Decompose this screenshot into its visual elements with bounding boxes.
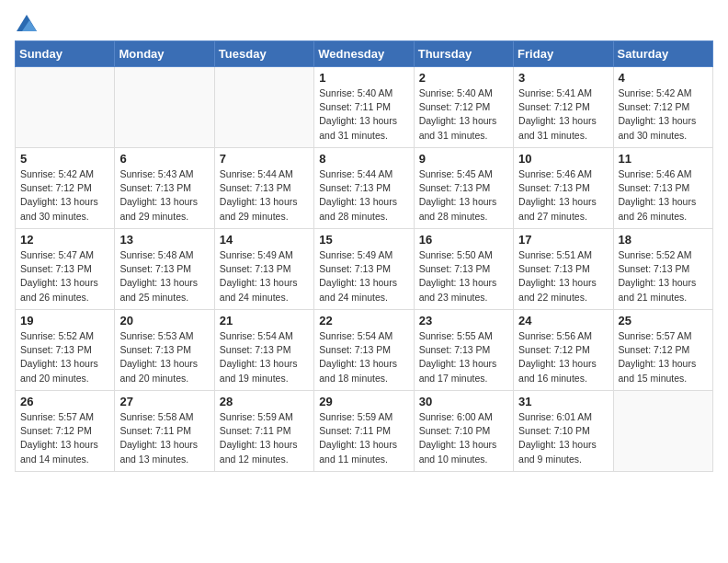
day-number: 7 [220, 152, 309, 166]
calendar-cell: 8Sunrise: 5:44 AM Sunset: 7:13 PM Daylig… [314, 148, 414, 229]
day-number: 29 [319, 395, 408, 408]
calendar-header-row: SundayMondayTuesdayWednesdayThursdayFrid… [16, 41, 713, 67]
calendar-cell: 13Sunrise: 5:48 AM Sunset: 7:13 PM Dayli… [115, 229, 214, 310]
day-number: 26 [20, 395, 109, 408]
page-header [15, 15, 713, 29]
calendar-cell: 9Sunrise: 5:45 AM Sunset: 7:13 PM Daylig… [414, 148, 513, 229]
weekday-header-sunday: Sunday [16, 41, 115, 67]
calendar-cell: 25Sunrise: 5:57 AM Sunset: 7:12 PM Dayli… [613, 310, 712, 391]
calendar-cell: 21Sunrise: 5:54 AM Sunset: 7:13 PM Dayli… [214, 310, 313, 391]
calendar-cell: 31Sunrise: 6:01 AM Sunset: 7:10 PM Dayli… [514, 391, 613, 472]
day-info: Sunrise: 5:49 AM Sunset: 7:13 PM Dayligh… [319, 248, 408, 304]
calendar-cell: 27Sunrise: 5:58 AM Sunset: 7:11 PM Dayli… [115, 391, 214, 472]
weekday-header-thursday: Thursday [414, 41, 513, 67]
day-info: Sunrise: 6:00 AM Sunset: 7:10 PM Dayligh… [419, 410, 508, 466]
weekday-header-tuesday: Tuesday [214, 41, 313, 67]
calendar-cell: 28Sunrise: 5:59 AM Sunset: 7:11 PM Dayli… [214, 391, 313, 472]
calendar-cell: 23Sunrise: 5:55 AM Sunset: 7:13 PM Dayli… [414, 310, 513, 391]
day-info: Sunrise: 5:45 AM Sunset: 7:13 PM Dayligh… [419, 167, 508, 224]
logo-icon [17, 15, 37, 31]
day-number: 11 [619, 152, 708, 166]
calendar-cell: 6Sunrise: 5:43 AM Sunset: 7:13 PM Daylig… [115, 148, 214, 229]
calendar-cell: 24Sunrise: 5:56 AM Sunset: 7:12 PM Dayli… [514, 310, 613, 391]
day-info: Sunrise: 5:57 AM Sunset: 7:12 PM Dayligh… [20, 410, 109, 466]
calendar-cell: 5Sunrise: 5:42 AM Sunset: 7:12 PM Daylig… [16, 148, 115, 229]
calendar-cell: 10Sunrise: 5:46 AM Sunset: 7:13 PM Dayli… [514, 148, 613, 229]
day-info: Sunrise: 5:50 AM Sunset: 7:13 PM Dayligh… [419, 248, 508, 304]
day-number: 21 [220, 314, 309, 327]
day-number: 3 [518, 71, 608, 85]
calendar-week-row: 1Sunrise: 5:40 AM Sunset: 7:11 PM Daylig… [16, 67, 713, 148]
day-info: Sunrise: 5:56 AM Sunset: 7:12 PM Dayligh… [518, 329, 608, 385]
day-info: Sunrise: 5:42 AM Sunset: 7:12 PM Dayligh… [619, 86, 708, 143]
day-info: Sunrise: 5:57 AM Sunset: 7:12 PM Dayligh… [619, 329, 708, 385]
calendar-week-row: 12Sunrise: 5:47 AM Sunset: 7:13 PM Dayli… [16, 229, 713, 310]
calendar-cell: 16Sunrise: 5:50 AM Sunset: 7:13 PM Dayli… [414, 229, 513, 310]
calendar-cell [115, 67, 214, 148]
calendar-cell: 7Sunrise: 5:44 AM Sunset: 7:13 PM Daylig… [214, 148, 313, 229]
calendar-week-row: 26Sunrise: 5:57 AM Sunset: 7:12 PM Dayli… [16, 391, 713, 472]
calendar-cell: 1Sunrise: 5:40 AM Sunset: 7:11 PM Daylig… [314, 67, 414, 148]
weekday-header-monday: Monday [115, 41, 214, 67]
weekday-header-saturday: Saturday [613, 41, 712, 67]
day-info: Sunrise: 5:54 AM Sunset: 7:13 PM Dayligh… [319, 329, 408, 385]
day-info: Sunrise: 5:42 AM Sunset: 7:12 PM Dayligh… [20, 167, 109, 224]
calendar-cell: 26Sunrise: 5:57 AM Sunset: 7:12 PM Dayli… [16, 391, 115, 472]
calendar-cell: 22Sunrise: 5:54 AM Sunset: 7:13 PM Dayli… [314, 310, 414, 391]
day-number: 22 [319, 314, 408, 327]
day-number: 13 [119, 233, 209, 247]
day-info: Sunrise: 5:41 AM Sunset: 7:12 PM Dayligh… [518, 86, 608, 143]
calendar-cell: 18Sunrise: 5:52 AM Sunset: 7:13 PM Dayli… [613, 229, 712, 310]
weekday-header-friday: Friday [514, 41, 613, 67]
day-info: Sunrise: 5:58 AM Sunset: 7:11 PM Dayligh… [119, 410, 209, 466]
day-number: 28 [220, 395, 309, 408]
calendar-cell [214, 67, 313, 148]
calendar-cell: 12Sunrise: 5:47 AM Sunset: 7:13 PM Dayli… [16, 229, 115, 310]
day-number: 19 [20, 314, 109, 327]
day-info: Sunrise: 5:51 AM Sunset: 7:13 PM Dayligh… [518, 248, 608, 304]
day-number: 30 [419, 395, 508, 408]
day-number: 20 [119, 314, 209, 327]
day-number: 18 [619, 233, 708, 247]
day-info: Sunrise: 5:59 AM Sunset: 7:11 PM Dayligh… [319, 410, 408, 466]
calendar-cell: 30Sunrise: 6:00 AM Sunset: 7:10 PM Dayli… [414, 391, 513, 472]
weekday-header-wednesday: Wednesday [314, 41, 414, 67]
day-info: Sunrise: 5:44 AM Sunset: 7:13 PM Dayligh… [220, 167, 309, 224]
calendar-cell: 3Sunrise: 5:41 AM Sunset: 7:12 PM Daylig… [514, 67, 613, 148]
calendar-cell: 14Sunrise: 5:49 AM Sunset: 7:13 PM Dayli… [214, 229, 313, 310]
day-info: Sunrise: 5:53 AM Sunset: 7:13 PM Dayligh… [119, 329, 209, 385]
day-info: Sunrise: 5:43 AM Sunset: 7:13 PM Dayligh… [119, 167, 209, 224]
calendar-table: SundayMondayTuesdayWednesdayThursdayFrid… [15, 40, 713, 472]
calendar-cell: 20Sunrise: 5:53 AM Sunset: 7:13 PM Dayli… [115, 310, 214, 391]
day-number: 5 [20, 152, 109, 166]
day-number: 2 [419, 71, 508, 85]
calendar-cell: 15Sunrise: 5:49 AM Sunset: 7:13 PM Dayli… [314, 229, 414, 310]
day-number: 23 [419, 314, 508, 327]
day-info: Sunrise: 5:40 AM Sunset: 7:12 PM Dayligh… [419, 86, 508, 143]
day-number: 24 [518, 314, 608, 327]
day-info: Sunrise: 5:59 AM Sunset: 7:11 PM Dayligh… [220, 410, 309, 466]
day-info: Sunrise: 5:47 AM Sunset: 7:13 PM Dayligh… [20, 248, 109, 304]
day-number: 17 [518, 233, 608, 247]
day-info: Sunrise: 5:54 AM Sunset: 7:13 PM Dayligh… [220, 329, 309, 385]
day-info: Sunrise: 5:44 AM Sunset: 7:13 PM Dayligh… [319, 167, 408, 224]
calendar-cell: 11Sunrise: 5:46 AM Sunset: 7:13 PM Dayli… [613, 148, 712, 229]
day-info: Sunrise: 5:52 AM Sunset: 7:13 PM Dayligh… [20, 329, 109, 385]
day-number: 9 [419, 152, 508, 166]
day-info: Sunrise: 5:46 AM Sunset: 7:13 PM Dayligh… [619, 167, 708, 224]
calendar-cell: 17Sunrise: 5:51 AM Sunset: 7:13 PM Dayli… [514, 229, 613, 310]
day-number: 27 [119, 395, 209, 408]
day-number: 4 [619, 71, 708, 85]
day-info: Sunrise: 5:46 AM Sunset: 7:13 PM Dayligh… [518, 167, 608, 224]
day-info: Sunrise: 5:40 AM Sunset: 7:11 PM Dayligh… [319, 86, 408, 143]
logo [15, 15, 37, 29]
day-number: 31 [518, 395, 608, 408]
day-number: 10 [518, 152, 608, 166]
calendar-week-row: 5Sunrise: 5:42 AM Sunset: 7:12 PM Daylig… [16, 148, 713, 229]
day-number: 14 [220, 233, 309, 247]
day-info: Sunrise: 5:55 AM Sunset: 7:13 PM Dayligh… [419, 329, 508, 385]
day-number: 12 [20, 233, 109, 247]
day-info: Sunrise: 5:48 AM Sunset: 7:13 PM Dayligh… [119, 248, 209, 304]
calendar-cell: 19Sunrise: 5:52 AM Sunset: 7:13 PM Dayli… [16, 310, 115, 391]
calendar-week-row: 19Sunrise: 5:52 AM Sunset: 7:13 PM Dayli… [16, 310, 713, 391]
